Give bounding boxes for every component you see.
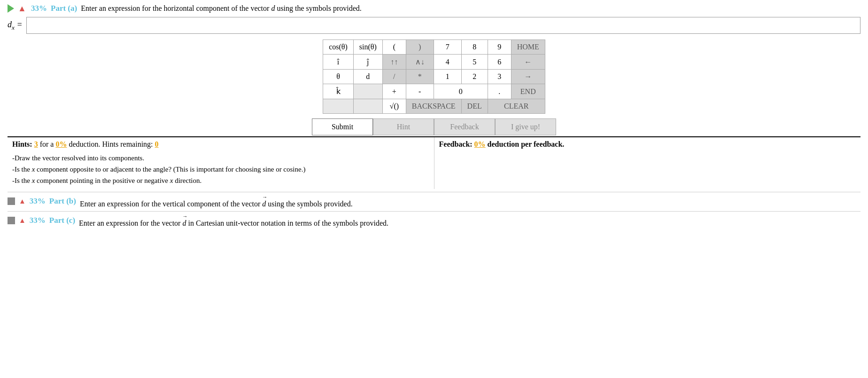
play-icon	[8, 4, 14, 13]
key-k-hat[interactable]: k̂	[323, 84, 354, 99]
part-b-row: ▲ 33% Part (b) Enter an expression for t…	[8, 192, 860, 208]
key-7[interactable]: 7	[434, 40, 461, 55]
key-del[interactable]: DEL	[461, 99, 488, 114]
key-empty-5b	[353, 99, 382, 114]
key-cos[interactable]: cos(θ)	[323, 40, 354, 55]
part-c-label: Part (c)	[49, 216, 75, 225]
answer-input-a[interactable]	[26, 17, 860, 34]
hints-panel: Hints: 3 for a 0% deduction. Hints remai…	[8, 137, 434, 189]
feedback-header: Feedback: 0% deduction per feedback.	[439, 140, 856, 149]
hints-label: Hints:	[12, 140, 32, 148]
igiveup-button[interactable]: I give up!	[495, 118, 556, 135]
feedback-button[interactable]: Feedback	[434, 118, 495, 135]
part-b-icon-sq	[8, 197, 15, 205]
hints-for-text: for a	[40, 140, 56, 148]
key-empty-5a	[323, 99, 354, 114]
key-j-hat[interactable]: ĵ	[353, 55, 382, 70]
part-c-percent: 33%	[30, 216, 46, 225]
key-right-arrow[interactable]: →	[511, 70, 545, 84]
key-left-arrow[interactable]: ←	[511, 55, 545, 70]
key-5[interactable]: 5	[461, 55, 488, 70]
key-minus[interactable]: -	[406, 84, 434, 99]
key-9[interactable]: 9	[488, 40, 511, 55]
key-sqrt[interactable]: √()	[382, 99, 406, 114]
part-a-percent: 33%	[31, 4, 47, 13]
part-c-warning-icon: ▲	[19, 217, 26, 225]
feedback-label: Feedback:	[439, 140, 473, 148]
feedback-deduction-pct: 0%	[474, 140, 486, 148]
hints-deduction-pct: 0%	[55, 140, 67, 148]
hints-remaining: 0	[155, 140, 159, 148]
part-b-warning-icon: ▲	[19, 197, 26, 205]
part-c-icon-sq	[8, 217, 15, 224]
answer-label-a: dx =	[8, 20, 23, 32]
hints-deduction-text: deduction. Hints remaining:	[69, 140, 155, 148]
hints-count: 3	[34, 140, 38, 148]
key-8[interactable]: 8	[461, 40, 488, 55]
feedback-panel: Feedback: 0% deduction per feedback.	[434, 137, 861, 189]
keyboard-row-4: k̂ + - 0 . END	[323, 84, 545, 99]
key-dot[interactable]: .	[488, 84, 511, 99]
key-3[interactable]: 3	[488, 70, 511, 84]
part-c-description: Enter an expression for the vector →d in…	[79, 213, 388, 228]
part-a-description: Enter an expression for the horizontal c…	[81, 4, 362, 13]
key-clear[interactable]: CLEAR	[488, 99, 545, 114]
key-plus[interactable]: +	[382, 84, 406, 99]
action-buttons-row: Submit Hint Feedback I give up!	[8, 118, 860, 135]
part-b-label: Part (b)	[49, 197, 76, 206]
main-page: 33% Part (a) Enter an expression for the…	[0, 0, 868, 378]
hints-feedback-section: Hints: 3 for a 0% deduction. Hints remai…	[8, 136, 860, 189]
part-c-row: ▲ 33% Part (c) Enter an expression for t…	[8, 211, 860, 228]
key-6[interactable]: 6	[488, 55, 511, 70]
hint-item-3: -Is the x component pointing in the posi…	[12, 175, 429, 186]
key-close-paren[interactable]: )	[406, 40, 434, 55]
key-d[interactable]: d	[353, 70, 382, 84]
warning-icon-a	[18, 4, 27, 13]
key-1[interactable]: 1	[434, 70, 461, 84]
key-0[interactable]: 0	[434, 84, 488, 99]
part-a-header: 33% Part (a) Enter an expression for the…	[8, 4, 860, 13]
keyboard-row-1: cos(θ) sin(θ) ( ) 7 8 9 HOME	[323, 40, 545, 55]
keyboard-area: cos(θ) sin(θ) ( ) 7 8 9 HOME î ĵ ↑↑ ∧↓ 4…	[8, 39, 860, 114]
key-2[interactable]: 2	[461, 70, 488, 84]
hint-item-1: -Draw the vector resolved into its compo…	[12, 152, 429, 164]
key-4[interactable]: 4	[434, 55, 461, 70]
keyboard-table: cos(θ) sin(θ) ( ) 7 8 9 HOME î ĵ ↑↑ ∧↓ 4…	[323, 39, 545, 114]
part-b-description: Enter an expression for the vertical com…	[80, 194, 353, 208]
feedback-text: deduction per feedback.	[488, 140, 565, 148]
keyboard-row-2: î ĵ ↑↑ ∧↓ 4 5 6 ←	[323, 55, 545, 70]
key-up-arrows[interactable]: ↑↑	[382, 55, 406, 70]
submit-button[interactable]: Submit	[312, 118, 373, 135]
hint-item-2: -Is the x component opposite to or adjac…	[12, 164, 429, 175]
key-star[interactable]: *	[406, 70, 434, 84]
keyboard-row-3: θ d / * 1 2 3 →	[323, 70, 545, 84]
key-open-paren[interactable]: (	[382, 40, 406, 55]
part-b-percent: 33%	[30, 197, 46, 206]
key-backspace[interactable]: BACKSPACE	[406, 99, 461, 114]
part-a-label: Part (a)	[51, 4, 77, 13]
key-end[interactable]: END	[511, 84, 545, 99]
key-caret-down[interactable]: ∧↓	[406, 55, 434, 70]
key-theta[interactable]: θ	[323, 70, 354, 84]
key-slash[interactable]: /	[382, 70, 406, 84]
hint-button[interactable]: Hint	[373, 118, 434, 135]
answer-row-a: dx =	[8, 17, 860, 34]
key-sin[interactable]: sin(θ)	[353, 40, 382, 55]
hints-content: -Draw the vector resolved into its compo…	[12, 152, 429, 186]
key-i-hat[interactable]: î	[323, 55, 354, 70]
key-home[interactable]: HOME	[511, 40, 545, 55]
hints-header: Hints: 3 for a 0% deduction. Hints remai…	[12, 140, 429, 149]
key-empty-4b	[353, 84, 382, 99]
keyboard-row-5: √() BACKSPACE DEL CLEAR	[323, 99, 545, 114]
